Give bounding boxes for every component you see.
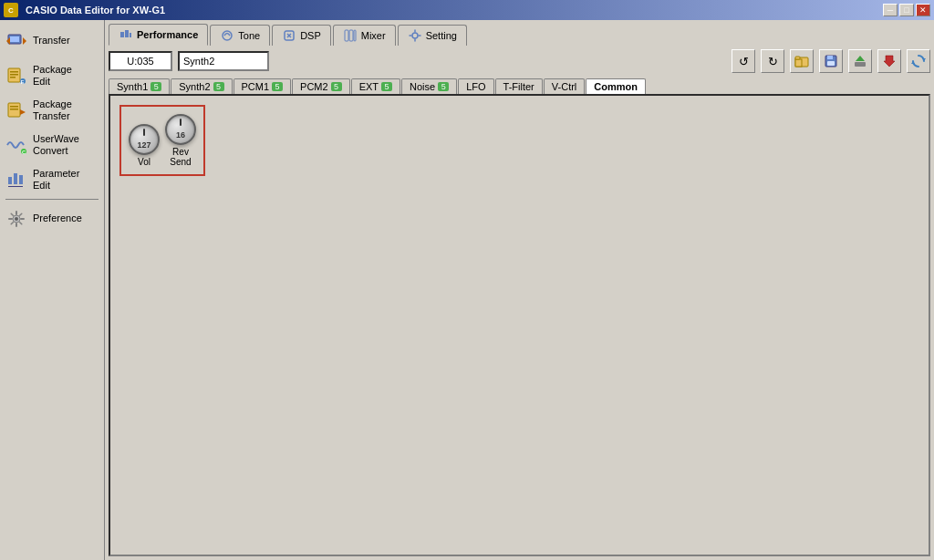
tab-tone-label: Tone	[238, 30, 260, 41]
minimize-button[interactable]: ─	[883, 4, 898, 16]
toolbar: ↺ ↻	[109, 49, 930, 73]
svg-text:E: E	[21, 79, 25, 85]
content-area: Performance Tone DSP	[105, 20, 934, 560]
sidebar-label-parameter-edit: ParameterEdit	[33, 168, 79, 192]
sub-tab-pcm2[interactable]: PCM2 5	[292, 78, 350, 94]
dsp-tab-icon	[282, 28, 296, 43]
svg-rect-5	[10, 71, 18, 73]
svg-rect-18	[19, 175, 23, 184]
sub-tab-pcm1-label: PCM1	[242, 81, 270, 92]
svg-rect-6	[10, 74, 18, 76]
svg-rect-35	[827, 56, 833, 59]
sidebar-item-preference[interactable]: Preference	[0, 202, 104, 236]
tab-tone[interactable]: Tone	[210, 25, 270, 46]
sub-tab-ext-label: EXT	[359, 81, 379, 92]
sub-tab-synth1-badge: 5	[150, 82, 161, 91]
sidebar-item-userwave-convert[interactable]: C UserWaveConvert	[0, 128, 104, 162]
svg-rect-28	[349, 30, 353, 41]
performance-tab-icon	[119, 27, 133, 42]
svg-rect-27	[345, 30, 348, 41]
svg-rect-36	[827, 61, 835, 66]
sub-tab-common[interactable]: Common	[586, 78, 646, 94]
tab-performance[interactable]: Performance	[109, 24, 208, 46]
undo-button[interactable]: ↺	[732, 49, 755, 73]
main-panel: 127 Vol 16 RevSend	[109, 94, 930, 556]
main-window: Transfer E PackageEdit	[0, 20, 934, 560]
svg-rect-23	[125, 30, 129, 37]
svg-marker-40	[911, 61, 915, 64]
rev-send-knob[interactable]: 16	[165, 114, 196, 145]
sub-tab-pcm2-badge: 5	[331, 82, 342, 91]
refresh-button[interactable]	[907, 49, 930, 73]
upload-button[interactable]	[848, 49, 872, 73]
tab-dsp[interactable]: DSP	[272, 25, 331, 46]
svg-rect-19	[8, 186, 23, 187]
open-button[interactable]	[790, 49, 814, 73]
sub-tab-synth1[interactable]: Synth1 5	[109, 78, 170, 94]
sub-tab-ext[interactable]: EXT 5	[351, 78, 400, 94]
package-edit-icon: E	[5, 65, 27, 87]
svg-rect-22	[120, 32, 124, 37]
sub-tab-t-filter[interactable]: T-Filter	[495, 78, 543, 94]
tab-mixer[interactable]: Mixer	[333, 25, 396, 46]
svg-rect-29	[354, 30, 356, 41]
transfer-icon	[5, 30, 27, 52]
save-button[interactable]	[819, 49, 843, 73]
svg-rect-11	[10, 106, 18, 108]
svg-rect-17	[14, 173, 17, 184]
userwave-icon: C	[5, 134, 27, 156]
svg-rect-37	[855, 62, 866, 67]
vol-knob[interactable]: 127	[129, 124, 160, 155]
sub-tabs: Synth1 5 Synth2 5 PCM1 5 PCM2 5 EXT 5	[109, 78, 930, 94]
redo-button[interactable]: ↻	[761, 49, 784, 73]
vol-knob-label: Vol	[138, 157, 150, 167]
sub-tab-t-filter-label: T-Filter	[503, 81, 534, 92]
sub-tab-v-ctrl[interactable]: V-Ctrl	[544, 78, 586, 94]
sub-tab-synth2[interactable]: Synth2 5	[171, 78, 232, 94]
svg-point-30	[412, 33, 418, 38]
setting-tab-icon	[408, 28, 422, 43]
svg-rect-1	[10, 36, 19, 42]
top-tabs: Performance Tone DSP	[109, 24, 930, 46]
tab-performance-label: Performance	[137, 29, 198, 40]
download-button[interactable]	[877, 49, 901, 73]
svg-rect-32	[795, 59, 802, 67]
tab-mixer-label: Mixer	[361, 30, 386, 41]
sidebar-item-package-transfer[interactable]: PackageTransfer	[0, 93, 104, 128]
package-transfer-icon	[5, 99, 27, 121]
maximize-button[interactable]: □	[899, 4, 914, 16]
sub-tab-pcm1-badge: 5	[272, 82, 283, 91]
sub-tab-ext-badge: 5	[381, 82, 392, 91]
tab-setting[interactable]: Setting	[398, 25, 467, 46]
sidebar-label-package-edit: PackageEdit	[33, 64, 72, 88]
sub-tab-synth2-label: Synth2	[179, 81, 210, 92]
svg-rect-7	[10, 77, 16, 78]
sidebar-item-parameter-edit[interactable]: ParameterEdit	[0, 162, 104, 197]
svg-marker-2	[23, 37, 26, 45]
svg-rect-33	[795, 57, 800, 59]
rev-send-knob-label: RevSend	[170, 147, 191, 167]
parameter-icon	[5, 169, 27, 191]
window-controls: ─ □ ✕	[883, 4, 930, 16]
patch-name-field[interactable]	[178, 51, 269, 71]
sub-tab-lfo-label: LFO	[466, 81, 485, 92]
sidebar-item-package-edit[interactable]: E PackageEdit	[0, 58, 104, 93]
sub-tab-noise[interactable]: Noise 5	[401, 78, 457, 94]
app-logo: C	[4, 3, 18, 17]
patch-id-field[interactable]	[109, 51, 172, 71]
svg-text:C: C	[22, 150, 26, 155]
sidebar-label-userwave-convert: UserWaveConvert	[33, 133, 79, 157]
close-button[interactable]: ✕	[916, 4, 930, 16]
svg-rect-12	[10, 109, 18, 110]
sidebar-item-transfer[interactable]: Transfer	[0, 24, 104, 58]
sidebar-label-transfer: Transfer	[33, 35, 70, 47]
sidebar-label-preference: Preference	[33, 213, 82, 224]
tone-tab-icon	[220, 28, 234, 43]
knob-container: 127 Vol 16 RevSend	[119, 105, 205, 176]
sub-tab-synth2-badge: 5	[213, 82, 224, 91]
sidebar: Transfer E PackageEdit	[0, 20, 105, 560]
sub-tab-lfo[interactable]: LFO	[458, 78, 493, 94]
svg-marker-38	[856, 56, 865, 61]
sub-tab-pcm1[interactable]: PCM1 5	[234, 78, 292, 94]
sidebar-divider	[5, 199, 99, 200]
